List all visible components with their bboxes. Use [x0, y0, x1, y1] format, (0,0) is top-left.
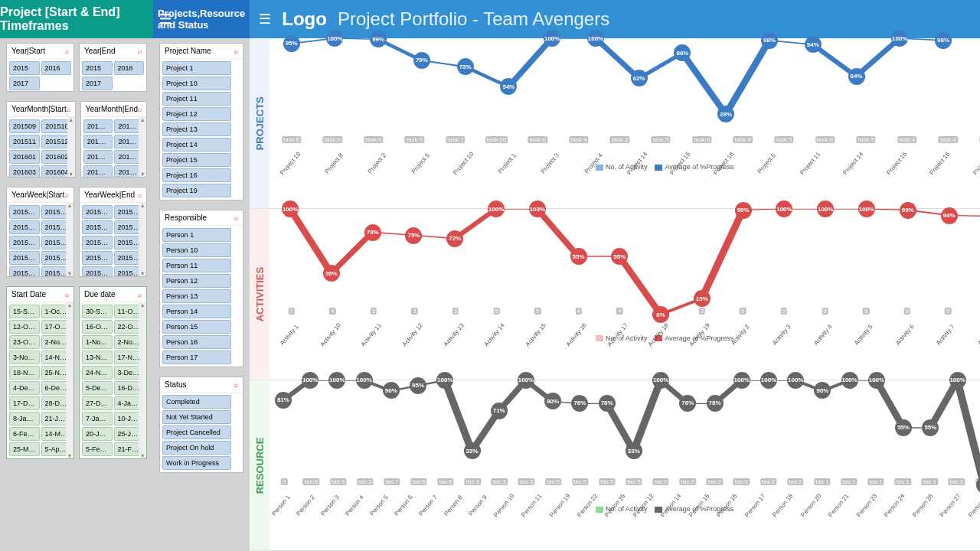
- slicer-status[interactable]: Status⌕ CompletedNot Yet StartedProject …: [159, 377, 243, 473]
- slicer-chip[interactable]: Project 10: [162, 77, 231, 90]
- slicer-chip[interactable]: 201540: [82, 205, 113, 219]
- slicer-chip[interactable]: 7-Jan-16: [82, 412, 113, 425]
- slicer-chip[interactable]: 201601: [9, 150, 40, 164]
- slicer-yearweek-end[interactable]: YearWeek|End⌕ 20154020154220154320154520…: [79, 187, 147, 277]
- slicer-chip[interactable]: Project 14: [162, 138, 231, 152]
- slicer-yearweek-start[interactable]: YearWeek|Start⌕ 201538201540201542201543…: [6, 187, 74, 277]
- slicer-chip[interactable]: 201603: [83, 165, 113, 177]
- main-header: ☰ Logo Project Portfolio - Team Avengers…: [250, 0, 980, 38]
- slicer-chip[interactable]: 24-Nov-…: [82, 366, 113, 380]
- slicer-chip[interactable]: Person 17: [162, 350, 231, 364]
- slicer-start-date[interactable]: Start Date⌕ 15-Sep-…1-Oct-1512-Oct-1517-…: [6, 286, 74, 459]
- slicer-chip[interactable]: Project On hold: [162, 441, 231, 455]
- slicer-chip[interactable]: Not Yet Started: [162, 410, 231, 424]
- slicer-chip[interactable]: 201548: [82, 251, 113, 265]
- slicer-chip[interactable]: Project 13: [162, 122, 231, 136]
- slicer-yearmonth-end[interactable]: YearMonth|End⌕ 2015092015102015112015122…: [80, 101, 147, 178]
- slicer-chip[interactable]: 6-Feb-16: [9, 427, 40, 441]
- slicer-chip[interactable]: 27-Dec-…: [82, 396, 113, 410]
- slicer-chip[interactable]: 5-Dec-15: [82, 381, 113, 395]
- slicer-chip[interactable]: 201547: [9, 251, 40, 265]
- slicer-chip[interactable]: Completed: [162, 395, 231, 409]
- slicer-chip[interactable]: 17-Dec-…: [9, 396, 40, 410]
- slicer-chip[interactable]: Person 15: [162, 320, 231, 334]
- chart-vlabel: PROJECTS: [250, 38, 270, 208]
- slicer-chip[interactable]: 25-Mar-…: [9, 442, 40, 456]
- slicer-due-date[interactable]: Due date⌕ 30-Sep-…11-Oct-1516-Oct-1522-O…: [79, 286, 147, 459]
- slicer-chip[interactable]: 23-Oct-15: [9, 335, 40, 349]
- slicer-chip[interactable]: 3-Nov-15: [9, 350, 40, 364]
- slicer-chip[interactable]: 2017: [82, 77, 113, 90]
- slicer-chip[interactable]: 201542: [9, 220, 40, 234]
- menu-icon[interactable]: ☰: [159, 11, 172, 28]
- slicer-chip[interactable]: Project 15: [162, 153, 231, 167]
- chart-projects: PROJECTStask:8task:6task:9task:9task:7ta…: [250, 38, 980, 209]
- slicer-yearmonth-start[interactable]: YearMonth|Start⌕ 20150920151020151120151…: [6, 101, 76, 178]
- slicer-chip[interactable]: 2016: [114, 61, 145, 75]
- prs-header: ☰ Projects,Resource and Status: [153, 0, 250, 38]
- clear-filter-icon[interactable]: ⌕: [138, 47, 142, 55]
- slicer-chip[interactable]: 2015: [9, 61, 40, 75]
- slicer-chip[interactable]: Person 11: [162, 259, 231, 272]
- slicer-chip[interactable]: Project 12: [162, 107, 231, 121]
- slicer-chip[interactable]: 201538: [9, 205, 40, 219]
- page-title: Project Portfolio - Team Avengers: [338, 8, 609, 30]
- slicer-chip[interactable]: Project 11: [162, 92, 231, 106]
- slicer-chip[interactable]: Person 13: [162, 289, 231, 303]
- slicer-chip[interactable]: Project 19: [162, 184, 231, 197]
- slicer-chip[interactable]: 201545: [9, 236, 40, 249]
- slicer-chip[interactable]: 201511: [9, 135, 40, 148]
- slicer-chip[interactable]: 201601: [83, 150, 113, 164]
- chart-resource: RESOURCE9tas:8tas:3tas:3tas:7tas:6tas:6t…: [250, 380, 980, 551]
- slicer-chip[interactable]: 2016: [41, 61, 72, 75]
- slicer-chip[interactable]: 201549: [9, 266, 40, 276]
- slicer-chip[interactable]: 2015: [82, 61, 113, 75]
- main-panel: ☰ Logo Project Portfolio - Team Avengers…: [250, 0, 980, 551]
- project-resource-status-panel: ☰ Projects,Resource and Status Project N…: [153, 0, 250, 551]
- slicer-chip[interactable]: 201511: [83, 135, 113, 148]
- slicer-year-start[interactable]: Year|Start⌕ 201520162017: [6, 43, 74, 92]
- slicer-responsible[interactable]: Responsible⌕ Person 1Person 10Person 11P…: [159, 210, 243, 367]
- slicer-chip[interactable]: 201509: [9, 119, 40, 133]
- slicer-chip[interactable]: 8-Jan-16: [9, 412, 40, 425]
- logo: Logo: [282, 8, 327, 30]
- slicer-chip[interactable]: Person 1: [162, 228, 231, 242]
- chart-vlabel: ACTIVITIES: [250, 209, 270, 379]
- timeframe-header: Project [Start & End] Timeframes: [0, 0, 153, 38]
- slicer-chip[interactable]: Project 1: [162, 61, 231, 75]
- slicer-chip[interactable]: 12-Oct-15: [9, 320, 40, 334]
- slicer-chip[interactable]: Work in Progress: [162, 456, 231, 470]
- slicer-chip[interactable]: 2017: [9, 77, 40, 90]
- slicer-chip[interactable]: 201546: [82, 236, 113, 249]
- slicer-chip[interactable]: 20-Jan-…: [82, 427, 113, 441]
- slicer-chip[interactable]: 5-Feb-16: [82, 442, 113, 456]
- slicer-chip[interactable]: 201543: [82, 220, 113, 234]
- slicer-chip[interactable]: Project 16: [162, 168, 231, 182]
- slicer-chip[interactable]: 30-Sep-…: [82, 305, 113, 318]
- slicer-chip[interactable]: 201551: [82, 266, 113, 276]
- slicer-chip[interactable]: 1-Nov-15: [82, 335, 113, 349]
- slicer-chip[interactable]: Person 12: [162, 274, 231, 288]
- clear-filter-icon[interactable]: ⌕: [65, 47, 69, 55]
- menu-icon[interactable]: ☰: [259, 11, 271, 28]
- slicer-chip[interactable]: 16-Oct-15: [82, 320, 113, 334]
- slicer-year-end[interactable]: Year|End⌕ 201520162017: [79, 43, 147, 92]
- slicer-chip[interactable]: 13-Nov-…: [82, 350, 113, 364]
- slicer-chip[interactable]: 18-Nov-…: [9, 366, 40, 380]
- slicer-chip[interactable]: 15-Sep-…: [9, 305, 40, 318]
- slicer-project-name[interactable]: Project Name⌕ Project 1Project 10Project…: [159, 43, 243, 201]
- slicer-chip[interactable]: 201603: [9, 165, 40, 177]
- slicer-chip[interactable]: 201509: [83, 119, 113, 133]
- chart-activities: ACTIVITIES7433355441399999996100%39%78%7…: [250, 209, 980, 380]
- chart-vlabel: RESOURCE: [250, 380, 270, 550]
- chart-stack: PROJECTStask:8task:6task:9task:9task:7ta…: [250, 38, 980, 551]
- slicer-chip[interactable]: Person 10: [162, 243, 231, 257]
- slicer-chip[interactable]: Person 14: [162, 305, 231, 318]
- slicer-chip[interactable]: 4-Dec-15: [9, 381, 40, 395]
- timeframe-panel: Project [Start & End] Timeframes Year|St…: [0, 0, 153, 551]
- slicer-chip[interactable]: Project Cancelled: [162, 425, 231, 439]
- slicer-chip[interactable]: Person 16: [162, 335, 231, 349]
